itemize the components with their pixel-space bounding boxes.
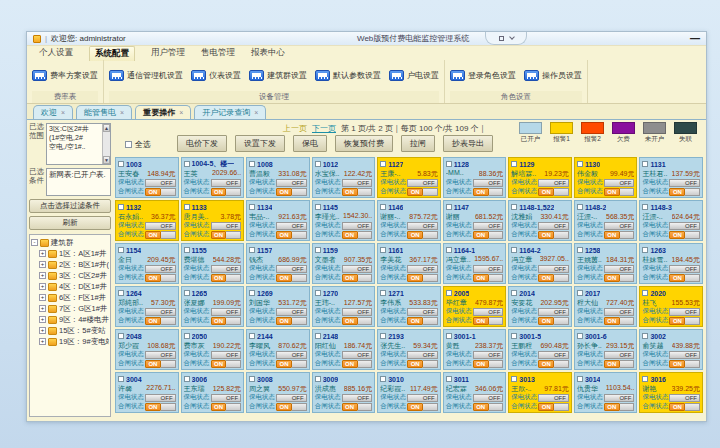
baodian-toggle[interactable]: OFF: [538, 179, 569, 187]
card-checkbox[interactable]: [642, 290, 648, 296]
baodian-toggle[interactable]: OFF: [407, 394, 438, 402]
hezha-toggle[interactable]: ON: [669, 274, 700, 282]
baodian-toggle[interactable]: OFF: [407, 222, 438, 230]
baodian-toggle[interactable]: OFF: [669, 179, 700, 187]
hezha-toggle[interactable]: ON: [604, 188, 635, 196]
refresh-button[interactable]: 刷新: [29, 216, 111, 230]
room-card[interactable]: 1154金日209.45元保电状态OFF合闸状态ON: [115, 243, 179, 284]
card-checkbox[interactable]: [577, 204, 583, 210]
card-checkbox[interactable]: [446, 247, 452, 253]
hezha-toggle[interactable]: ON: [604, 317, 635, 325]
baodian-toggle[interactable]: OFF: [276, 222, 307, 230]
room-card[interactable]: 3001-6孙长争..293.15元保电状态OFF合闸状态ON: [574, 329, 638, 370]
hezha-toggle[interactable]: ON: [604, 360, 635, 368]
hezha-toggle[interactable]: ON: [145, 274, 176, 282]
ribbon-collapse-control[interactable]: [485, 32, 527, 45]
tree-item[interactable]: +3区：C区2#井（: [39, 270, 109, 281]
doc-tab-能管售电[interactable]: 能管售电×: [76, 105, 132, 119]
card-checkbox[interactable]: [380, 333, 386, 339]
action-button-设置下发[interactable]: 设置下发: [235, 135, 285, 152]
baodian-toggle[interactable]: OFF: [473, 308, 504, 316]
hezha-toggle[interactable]: ON: [669, 360, 700, 368]
card-checkbox[interactable]: [446, 161, 452, 167]
card-checkbox[interactable]: [118, 376, 124, 382]
scope-scrollbar[interactable]: ▲▼: [102, 124, 110, 164]
card-checkbox[interactable]: [315, 290, 321, 296]
hezha-toggle[interactable]: ON: [473, 403, 504, 411]
card-checkbox[interactable]: [511, 247, 517, 253]
baodian-toggle[interactable]: OFF: [211, 179, 242, 187]
hezha-toggle[interactable]: ON: [211, 188, 242, 196]
card-checkbox[interactable]: [446, 376, 452, 382]
hezha-toggle[interactable]: ON: [538, 188, 569, 196]
hezha-toggle[interactable]: ON: [604, 231, 635, 239]
room-card[interactable]: 3014仇贵华1103.54..保电状态OFF合闸状态ON: [574, 372, 638, 413]
hezha-toggle[interactable]: ON: [145, 317, 176, 325]
baodian-toggle[interactable]: OFF: [669, 265, 700, 273]
close-icon[interactable]: ×: [120, 109, 124, 116]
action-button-恢复预付费[interactable]: 恢复预付费: [335, 135, 393, 152]
hezha-toggle[interactable]: ON: [145, 360, 176, 368]
card-checkbox[interactable]: [446, 290, 452, 296]
baodian-toggle[interactable]: OFF: [342, 308, 373, 316]
room-card[interactable]: 1129解培霖..19.23元保电状态OFF合闸状态ON: [508, 157, 572, 198]
ribbon-button[interactable]: 户电设置: [389, 70, 439, 81]
room-card[interactable]: 1012水宝保..122.42元保电状态OFF合闸状态ON: [312, 157, 376, 198]
baodian-toggle[interactable]: OFF: [145, 265, 176, 273]
baodian-toggle[interactable]: OFF: [211, 351, 242, 359]
hezha-toggle[interactable]: ON: [276, 317, 307, 325]
collapse-icon[interactable]: -: [31, 239, 38, 246]
action-button-保电[interactable]: 保电: [293, 135, 327, 152]
card-checkbox[interactable]: [577, 247, 583, 253]
hezha-toggle[interactable]: ON: [407, 403, 438, 411]
selected-scope-listbox[interactable]: 3区:C区2#井(1#空电,2#空电,/空1#.. ▲▼: [46, 123, 111, 165]
hezha-toggle[interactable]: ON: [211, 317, 242, 325]
selected-condition-box[interactable]: 新网表:已开户表.: [46, 168, 111, 196]
card-checkbox[interactable]: [642, 161, 648, 167]
baodian-toggle[interactable]: OFF: [145, 308, 176, 316]
room-card[interactable]: 3001-5王鹏程690.48元保电状态OFF合闸状态ON: [508, 329, 572, 370]
ribbon-button[interactable]: 通信管理机设置: [109, 70, 183, 81]
baodian-toggle[interactable]: OFF: [538, 265, 569, 273]
hezha-toggle[interactable]: ON: [407, 231, 438, 239]
room-card[interactable]: 1161李美花367.17元保电状态OFF合闸状态ON: [377, 243, 441, 284]
room-card[interactable]: 3001-1黄甦238.37元保电状态OFF合闸状态ON: [443, 329, 507, 370]
card-checkbox[interactable]: [118, 290, 124, 296]
room-card[interactable]: 1155费堪德544.28元保电状态OFF合闸状态ON: [181, 243, 245, 284]
room-card[interactable]: 1008曹温毅331.08元保电状态OFF合闸状态ON: [246, 157, 310, 198]
room-card[interactable]: 2005毕红章479.87元保电状态OFF合闸状态ON: [443, 286, 507, 327]
card-checkbox[interactable]: [249, 290, 255, 296]
card-checkbox[interactable]: [577, 161, 583, 167]
hezha-toggle[interactable]: ON: [538, 274, 569, 282]
baodian-toggle[interactable]: OFF: [211, 265, 242, 273]
baodian-toggle[interactable]: OFF: [473, 265, 504, 273]
action-button-电价下发[interactable]: 电价下发: [177, 135, 227, 152]
baodian-toggle[interactable]: OFF: [276, 179, 307, 187]
select-all-checkbox[interactable]: [125, 141, 132, 148]
card-checkbox[interactable]: [249, 376, 255, 382]
card-checkbox[interactable]: [511, 204, 517, 210]
ribbon-button[interactable]: 费率方案设置: [32, 70, 98, 81]
hezha-toggle[interactable]: ON: [342, 274, 373, 282]
card-checkbox[interactable]: [315, 204, 321, 210]
scroll-up-icon[interactable]: ▲: [103, 124, 110, 132]
baodian-toggle[interactable]: OFF: [407, 308, 438, 316]
hezha-toggle[interactable]: ON: [604, 403, 635, 411]
card-checkbox[interactable]: [315, 376, 321, 382]
room-card[interactable]: 1130伟金毅99.49元保电状态OFF合闸状态ON: [574, 157, 638, 198]
room-card[interactable]: 1148-3汪漂-..624.64元保电状态OFF合闸状态ON: [639, 200, 703, 241]
hezha-toggle[interactable]: ON: [342, 317, 373, 325]
expand-icon[interactable]: +: [39, 305, 46, 312]
hezha-toggle[interactable]: ON: [276, 403, 307, 411]
hezha-toggle[interactable]: ON: [538, 317, 569, 325]
room-card[interactable]: 1131王桂君..137.59元保电状态OFF合闸状态ON: [639, 157, 703, 198]
baodian-toggle[interactable]: OFF: [669, 222, 700, 230]
tree-item[interactable]: +19区：9#变电站: [39, 336, 109, 347]
card-checkbox[interactable]: [184, 161, 190, 167]
card-checkbox[interactable]: [380, 161, 386, 167]
room-card[interactable]: 1258王姚茵..184.31元保电状态OFF合闸状态ON: [574, 243, 638, 284]
card-checkbox[interactable]: [184, 290, 190, 296]
card-checkbox[interactable]: [446, 333, 452, 339]
hezha-toggle[interactable]: ON: [276, 274, 307, 282]
doc-tab-欢迎[interactable]: 欢迎×: [33, 105, 73, 119]
